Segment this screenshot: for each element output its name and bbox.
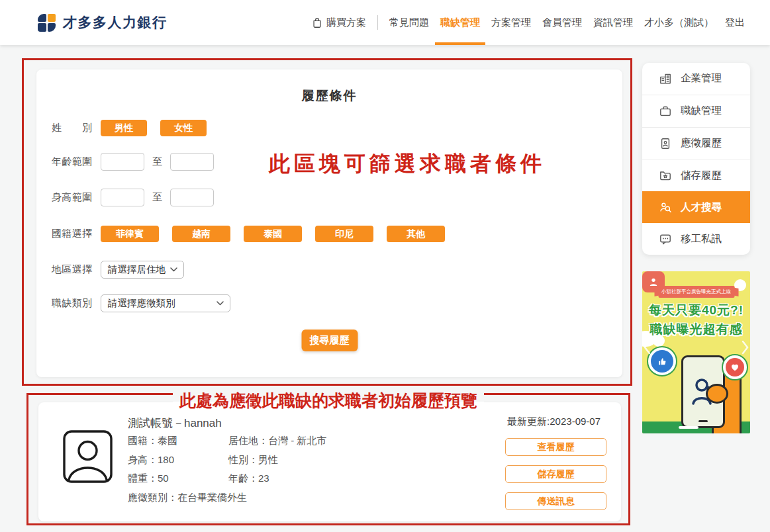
chevron-down-icon: [170, 267, 177, 272]
nav-item-label: 才小多（測試）: [644, 17, 714, 29]
ad-next-arrow[interactable]: [742, 340, 749, 357]
chevron-down-icon: [217, 301, 224, 306]
sidebar-item-saved-resumes[interactable]: 儲存履歷: [642, 159, 750, 191]
height-range-label: 身高範圍: [52, 191, 92, 204]
candidate-details: 國籍：泰國 居住地：台灣 - 新北市 身高：180 性別：男性 體重：50 年齡…: [128, 435, 326, 504]
candidate-age: 年齡：23: [228, 472, 326, 485]
avatar: [63, 430, 113, 483]
gender-female-button[interactable]: 女性: [160, 120, 207, 136]
age-range-label: 年齡範圍: [52, 155, 92, 168]
sidebar-item-label: 應徵履歷: [681, 136, 722, 150]
job-category-select-value: 請選擇應徵類別: [108, 297, 175, 310]
gender-male-button[interactable]: 男性: [101, 120, 147, 136]
nav-item-faq[interactable]: 常見問題: [389, 0, 429, 45]
candidate-preview-card: 測試帳號－hannah 國籍：泰國 居住地：台灣 - 新北市 身高：180 性別…: [38, 402, 621, 521]
sidebar-item-label: 人才搜尋: [681, 200, 722, 214]
nationality-indonesia-button[interactable]: 印尼: [315, 226, 373, 242]
heart-bubble-icon: [722, 354, 748, 380]
nationality-label: 國籍選擇: [52, 228, 92, 240]
main-nav: 購買方案 常見問題 職缺管理 方案管理 會員管理 資訊管理 才小多（測試）: [311, 0, 745, 45]
sidebar-item-talent-search[interactable]: 人才搜尋: [642, 191, 750, 223]
sidebar-item-label: 移工私訊: [681, 232, 722, 246]
nav-item-member-management[interactable]: 會員管理: [542, 0, 582, 45]
region-row: 地區選擇 請選擇居住地: [52, 261, 184, 279]
nationality-row: 國籍選擇 菲律賓 越南 泰國 印尼 其他: [52, 226, 458, 242]
panel-title: 履歷條件: [36, 87, 622, 105]
gender-label: 姓別: [52, 122, 92, 134]
candidate-nationality: 國籍：泰國: [128, 435, 228, 447]
resume-filter-panel: 履歷條件 姓別 男性 女性 年齡範圍 至 身高範圍 至 國籍選擇 菲律賓 越南 …: [36, 69, 622, 377]
job-category-select[interactable]: 請選擇應徵類別: [101, 294, 230, 312]
chat-bubble-icon: [659, 232, 672, 245]
height-to-label: 至: [152, 191, 162, 204]
height-min-input[interactable]: [101, 189, 144, 206]
candidate-height: 身高：180: [128, 454, 228, 466]
candidate-category: 應徵類別：在台畢業僑外生: [128, 492, 326, 504]
sidebar-menu: 企業管理 職缺管理 應徵履歷: [642, 63, 750, 255]
job-category-label: 職缺類別: [52, 297, 92, 310]
nav-item-label: 會員管理: [542, 17, 582, 29]
sidebar-item-label: 企業管理: [681, 71, 722, 85]
nationality-other-button[interactable]: 其他: [387, 226, 445, 242]
nav-item-label: 購買方案: [326, 17, 366, 29]
nav-item-logout[interactable]: 登出: [725, 0, 745, 45]
nav-item-plan-management[interactable]: 方案管理: [491, 0, 531, 45]
briefcase-icon: [659, 105, 672, 118]
region-label: 地區選擇: [52, 263, 92, 276]
age-range-row: 年齡範圍 至: [52, 153, 214, 171]
gender-row: 姓別 男性 女性: [52, 120, 220, 136]
ad-prev-arrow[interactable]: [643, 340, 651, 357]
person-search-icon: [659, 200, 672, 214]
job-category-row: 職缺類別 請選擇應徵類別: [52, 294, 230, 312]
thumb-illustration: [706, 384, 728, 404]
send-message-button[interactable]: 傳送訊息: [505, 492, 606, 510]
sidebar-item-worker-messages[interactable]: 移工私訊: [642, 223, 750, 255]
nationality-vietnam-button[interactable]: 越南: [172, 226, 230, 242]
nav-item-info-management[interactable]: 資訊管理: [593, 0, 633, 45]
candidate-residence: 居住地：台灣 - 新北市: [228, 435, 326, 447]
nav-item-label: 登出: [725, 17, 745, 29]
ad-headline: 每天只要40元?! 職缺曝光超有感: [642, 301, 750, 339]
age-max-input[interactable]: [170, 153, 214, 171]
candidate-name: 測試帳號－hannah: [128, 416, 222, 431]
sidebar-item-job-management[interactable]: 職缺管理: [642, 95, 750, 127]
height-range-row: 身高範圍 至: [52, 189, 214, 206]
age-to-label: 至: [152, 155, 162, 168]
nav-item-label: 方案管理: [491, 17, 531, 29]
folder-star-icon: [659, 169, 672, 182]
view-resume-button[interactable]: 查看履歷: [505, 438, 606, 456]
ad-headline-line2: 職缺曝光超有感: [642, 320, 750, 339]
like-bubble-icon: [647, 346, 677, 377]
ad-banner[interactable]: 小額社群平台廣告曝光正式上線 每天只要40元?! 職缺曝光超有感: [642, 271, 750, 433]
page: 才多多人力銀行 購買方案 常見問題 職缺管理 方案管理: [0, 0, 770, 532]
filter-annotation-text: 此區塊可篩選求職者條件: [269, 150, 546, 179]
logo-text: 才多多人力銀行: [63, 13, 168, 32]
shopping-bag-icon: [311, 17, 323, 29]
save-resume-button[interactable]: 儲存履歷: [505, 465, 606, 483]
site-logo[interactable]: 才多多人力銀行: [38, 13, 168, 32]
nav-divider: [377, 15, 378, 30]
height-max-input[interactable]: [170, 189, 214, 206]
sidebar-item-company-management[interactable]: 企業管理: [642, 63, 750, 95]
region-select[interactable]: 請選擇居住地: [101, 261, 184, 279]
nationality-philippines-button[interactable]: 菲律賓: [101, 226, 159, 242]
search-resume-button[interactable]: 搜尋履歷: [301, 330, 358, 351]
active-tab-underline: [435, 42, 485, 45]
nav-item-label: 職缺管理: [440, 17, 480, 29]
age-min-input[interactable]: [101, 153, 144, 171]
resume-document-icon: [659, 137, 672, 150]
nav-item-label: 資訊管理: [593, 17, 633, 29]
sidebar-item-applied-resumes[interactable]: 應徵履歷: [642, 127, 750, 159]
top-header: 才多多人力銀行 購買方案 常見問題 職缺管理 方案管理: [0, 0, 770, 45]
last-updated-text: 最新更新:2023-09-07: [507, 416, 601, 428]
nationality-thailand-button[interactable]: 泰國: [244, 226, 302, 242]
ad-headline-line1: 每天只要40元?!: [642, 301, 750, 320]
nav-item-job-management[interactable]: 職缺管理: [440, 0, 480, 45]
region-select-value: 請選擇居住地: [108, 263, 166, 276]
nav-item-account[interactable]: 才小多（測試）: [644, 0, 714, 45]
nav-item-purchase-plan[interactable]: 購買方案: [311, 0, 366, 45]
candidate-weight: 體重：50: [128, 472, 228, 485]
nav-item-label: 常見問題: [389, 17, 429, 29]
logo-icon: [38, 14, 56, 32]
building-icon: [659, 72, 672, 85]
